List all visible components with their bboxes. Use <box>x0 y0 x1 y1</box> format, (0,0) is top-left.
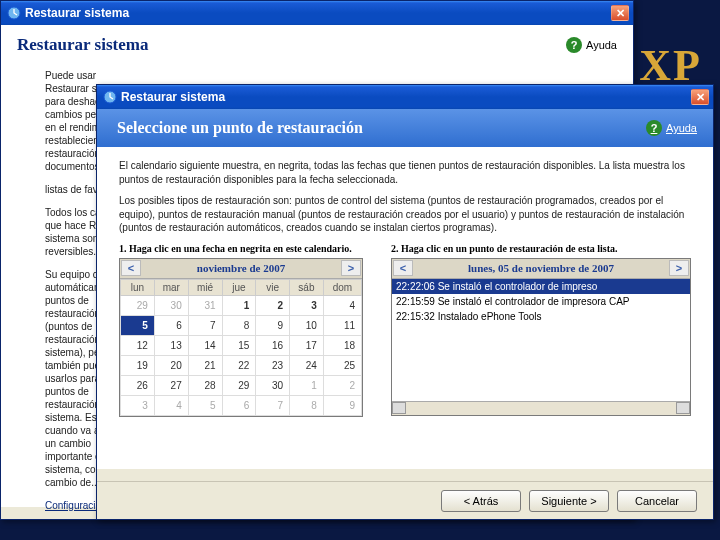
calendar-day[interactable]: 3 <box>121 395 155 415</box>
close-icon: ✕ <box>616 7 625 20</box>
calendar-grid: lunmarmiéjueviesábdom 293031123456789101… <box>120 279 362 416</box>
calendar-day[interactable]: 22 <box>222 355 256 375</box>
back-button[interactable]: < Atrás <box>441 490 521 512</box>
calendar-day[interactable]: 1 <box>290 375 324 395</box>
calendar-day[interactable]: 6 <box>222 395 256 415</box>
calendar-day[interactable]: 4 <box>323 295 361 315</box>
calendar-day[interactable]: 20 <box>154 355 188 375</box>
calendar-day[interactable]: 15 <box>222 335 256 355</box>
restore-points-column: 2. Haga clic en un punto de restauración… <box>391 243 691 417</box>
body-win2: El calendario siguiente muestra, en negr… <box>97 147 713 469</box>
page-title: Restaurar sistema <box>17 35 566 55</box>
calendar-day[interactable]: 10 <box>290 315 324 335</box>
cal-dow-header: sáb <box>290 279 324 295</box>
calendar-day[interactable]: 24 <box>290 355 324 375</box>
calendar-day[interactable]: 14 <box>188 335 222 355</box>
cal-dow-header: vie <box>256 279 290 295</box>
close-button[interactable]: ✕ <box>691 89 709 105</box>
calendar-day[interactable]: 21 <box>188 355 222 375</box>
rp-next-button[interactable]: > <box>669 260 689 276</box>
calendar-day[interactable]: 5 <box>121 315 155 335</box>
calendar-day[interactable]: 23 <box>256 355 290 375</box>
cancel-button[interactable]: Cancelar <box>617 490 697 512</box>
cal-dow-header: mar <box>154 279 188 295</box>
calendar-day[interactable]: 2 <box>323 375 361 395</box>
calendar-day[interactable]: 3 <box>290 295 324 315</box>
calendar-day[interactable]: 29 <box>222 375 256 395</box>
rp-prev-button[interactable]: < <box>393 260 413 276</box>
scroll-left-button[interactable] <box>392 402 406 414</box>
titlebar-win2[interactable]: Restaurar sistema ✕ <box>97 85 713 109</box>
header-area-win1: Restaurar sistema ? Ayuda <box>1 25 633 61</box>
calendar-day[interactable]: 19 <box>121 355 155 375</box>
calendar-day[interactable]: 12 <box>121 335 155 355</box>
wizard-footer: < Atrás Siguiente > Cancelar <box>97 481 713 519</box>
calendar-day[interactable]: 4 <box>154 395 188 415</box>
window-select-restore-point: Restaurar sistema ✕ Seleccione un punto … <box>96 84 714 520</box>
description-1: El calendario siguiente muestra, en negr… <box>119 159 691 186</box>
calendar-day[interactable]: 27 <box>154 375 188 395</box>
calendar-day[interactable]: 29 <box>121 295 155 315</box>
calendar-day[interactable]: 8 <box>290 395 324 415</box>
help-link[interactable]: ? Ayuda <box>566 37 617 53</box>
restore-point-item[interactable]: 22:15:32 Instalado ePhone Tools <box>392 309 690 324</box>
calendar-day[interactable]: 6 <box>154 315 188 335</box>
calendar-day[interactable]: 17 <box>290 335 324 355</box>
calendar-day[interactable]: 9 <box>256 315 290 335</box>
cal-next-button[interactable]: > <box>341 260 361 276</box>
scroll-right-button[interactable] <box>676 402 690 414</box>
calendar-instruction: 1. Haga clic en una fecha en negrita en … <box>119 243 377 254</box>
calendar-day[interactable]: 1 <box>222 295 256 315</box>
horizontal-scrollbar[interactable] <box>392 401 690 415</box>
cal-dow-header: jue <box>222 279 256 295</box>
close-icon: ✕ <box>696 91 705 104</box>
help-icon: ? <box>646 120 662 136</box>
cal-dow-header: mié <box>188 279 222 295</box>
list-instruction: 2. Haga clic en un punto de restauración… <box>391 243 691 254</box>
help-link[interactable]: ? Ayuda <box>646 120 697 136</box>
calendar-day[interactable]: 11 <box>323 315 361 335</box>
page-title: Seleccione un punto de restauración <box>117 119 646 137</box>
restore-icon <box>7 6 21 20</box>
rp-date-label: lunes, 05 de noviembre de 2007 <box>414 262 668 274</box>
calendar-day[interactable]: 7 <box>256 395 290 415</box>
calendar-column: 1. Haga clic en una fecha en negrita en … <box>119 243 377 417</box>
titlebar-win1[interactable]: Restaurar sistema ✕ <box>1 1 633 25</box>
calendar-day[interactable]: 2 <box>256 295 290 315</box>
calendar-day[interactable]: 9 <box>323 395 361 415</box>
cal-prev-button[interactable]: < <box>121 260 141 276</box>
cal-dow-header: dom <box>323 279 361 295</box>
description-2: Los posibles tipos de restauración son: … <box>119 194 691 235</box>
calendar-day[interactable]: 31 <box>188 295 222 315</box>
help-label: Ayuda <box>586 39 617 51</box>
next-button[interactable]: Siguiente > <box>529 490 609 512</box>
calendar-day[interactable]: 5 <box>188 395 222 415</box>
header-area-win2: Seleccione un punto de restauración ? Ay… <box>97 109 713 147</box>
calendar-day[interactable]: 16 <box>256 335 290 355</box>
restore-point-item[interactable]: 22:15:59 Se instaló el controlador de im… <box>392 294 690 309</box>
close-button[interactable]: ✕ <box>611 5 629 21</box>
calendar-day[interactable]: 13 <box>154 335 188 355</box>
calendar-day[interactable]: 8 <box>222 315 256 335</box>
help-icon: ? <box>566 37 582 53</box>
calendar-day[interactable]: 30 <box>256 375 290 395</box>
calendar: < noviembre de 2007 > lunmarmiéjueviesáb… <box>119 258 363 417</box>
restore-point-list: < lunes, 05 de noviembre de 2007 > 22:22… <box>391 258 691 416</box>
calendar-day[interactable]: 25 <box>323 355 361 375</box>
restore-icon <box>103 90 117 104</box>
window-title: Restaurar sistema <box>25 6 611 20</box>
cal-dow-header: lun <box>121 279 155 295</box>
calendar-day[interactable]: 26 <box>121 375 155 395</box>
cal-month-label: noviembre de 2007 <box>142 262 340 274</box>
window-title: Restaurar sistema <box>121 90 691 104</box>
calendar-day[interactable]: 18 <box>323 335 361 355</box>
calendar-day[interactable]: 30 <box>154 295 188 315</box>
help-label: Ayuda <box>666 122 697 134</box>
calendar-day[interactable]: 7 <box>188 315 222 335</box>
calendar-day[interactable]: 28 <box>188 375 222 395</box>
restore-point-item[interactable]: 22:22:06 Se instaló el controlador de im… <box>392 279 690 294</box>
